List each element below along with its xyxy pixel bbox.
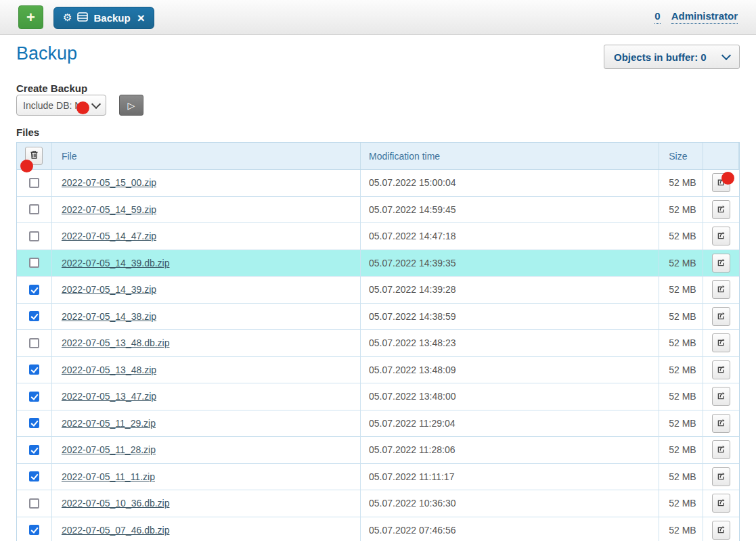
run-backup-button[interactable]: ▷ [119,95,143,116]
file-link[interactable]: 2022-07-05_13_48.db.zip [62,337,170,348]
column-header-size[interactable]: Size [659,143,703,169]
download-button[interactable] [712,227,730,245]
download-icon [716,177,726,189]
row-checkbox[interactable] [29,258,39,268]
file-link[interactable]: 2022-07-05_07_46.db.zip [62,525,170,536]
modification-time: 05.07.2022 07:46:56 [361,517,659,541]
table-row: 2022-07-05_14_38.zip 05.07.2022 14:38:59… [17,304,739,331]
file-link[interactable]: 2022-07-05_10_36.db.zip [62,498,170,509]
row-checkbox[interactable] [29,178,39,188]
include-db-select[interactable]: Include DB: No [16,95,106,116]
file-link[interactable]: 2022-07-05_14_39.db.zip [62,258,170,268]
row-checkbox[interactable] [29,525,39,535]
click-indicator-dot [76,101,89,114]
file-size: 52 MB [659,223,703,250]
chevron-down-icon [721,51,731,60]
row-checkbox[interactable] [29,445,39,455]
table-body: 2022-07-05_15_00.zip 05.07.2022 15:00:04… [17,170,739,541]
file-link[interactable]: 2022-07-05_11_28.zip [62,444,156,455]
download-icon [716,417,726,429]
download-icon [716,283,726,296]
file-link[interactable]: 2022-07-05_15_00.zip [62,177,156,188]
modification-time: 05.07.2022 11:28:06 [361,437,659,463]
modification-time: 05.07.2022 14:59:45 [361,197,659,223]
download-button[interactable] [712,387,730,406]
row-checkbox[interactable] [29,311,39,321]
download-icon [716,471,726,483]
file-link[interactable]: 2022-07-05_13_48.zip [62,364,156,375]
download-button[interactable] [712,414,730,433]
backup-page: + ⚙ Backup × 0 Administrator Backup Obje… [0,0,756,541]
download-button[interactable] [712,307,730,326]
file-link[interactable]: 2022-07-05_13_47.zip [62,391,156,402]
row-checkbox[interactable] [29,204,39,214]
modification-time: 05.07.2022 14:38:59 [361,304,659,330]
file-link[interactable]: 2022-07-05_14_38.zip [62,311,156,322]
modification-time: 05.07.2022 13:48:00 [361,383,659,410]
file-size: 52 MB [659,517,703,541]
add-tab-button[interactable]: + [18,5,43,29]
download-button[interactable] [712,173,730,192]
file-size: 52 MB [659,277,703,303]
table-row: 2022-07-05_11_29.zip 05.07.2022 11:29:04… [17,410,739,438]
chevron-down-icon [91,99,101,108]
download-button[interactable] [712,360,730,379]
modification-time: 05.07.2022 11:29:04 [361,410,659,437]
file-size: 52 MB [659,250,703,277]
download-button[interactable] [712,467,730,486]
table-row: 2022-07-05_14_39.zip 05.07.2022 14:39:28… [17,277,739,304]
download-button[interactable] [712,440,730,459]
table-row: 2022-07-05_14_39.db.zip 05.07.2022 14:39… [17,250,739,277]
file-size: 52 MB [659,330,703,356]
table-row: 2022-07-05_11_28.zip 05.07.2022 11:28:06… [17,437,739,464]
file-link[interactable]: 2022-07-05_11_11.zip [62,471,155,482]
table-row: 2022-07-05_14_59.zip 05.07.2022 14:59:45… [17,197,739,224]
table-row: 2022-07-05_10_36.db.zip 05.07.2022 10:36… [17,490,739,517]
download-icon [716,524,726,536]
tab-backup[interactable]: ⚙ Backup × [53,7,154,29]
table-row: 2022-07-05_13_47.zip 05.07.2022 13:48:00… [17,383,739,410]
download-icon [716,230,726,242]
file-size: 52 MB [659,304,703,330]
download-icon [716,444,726,456]
page-title: Backup [16,43,77,64]
objects-in-buffer-dropdown[interactable]: Objects in buffer: 0 [604,45,740,69]
column-header-modification-time[interactable]: Modification time [361,143,659,169]
file-link[interactable]: 2022-07-05_14_47.zip [62,231,156,241]
file-size: 52 MB [659,490,703,517]
row-checkbox[interactable] [29,498,39,509]
download-button[interactable] [712,280,730,299]
file-link[interactable]: 2022-07-05_14_39.zip [62,284,156,295]
file-size: 52 MB [659,437,703,463]
files-heading: Files [16,126,39,138]
buffer-count-link[interactable]: 0 [654,10,660,24]
column-header-file[interactable]: File [52,143,361,169]
row-checkbox[interactable] [29,285,39,295]
download-button[interactable] [712,494,730,513]
download-icon [716,390,726,402]
click-indicator-dot [20,160,33,172]
file-link[interactable]: 2022-07-05_14_59.zip [62,204,156,215]
close-icon[interactable]: × [137,11,145,24]
file-size: 52 MB [659,464,703,490]
file-size: 52 MB [659,357,703,383]
download-button[interactable] [712,521,730,540]
modification-time: 05.07.2022 14:39:28 [361,277,659,303]
file-link[interactable]: 2022-07-05_11_29.zip [62,418,156,429]
row-checkbox[interactable] [29,231,39,241]
modification-time: 05.07.2022 13:48:09 [361,357,659,383]
download-icon [716,310,726,323]
table-row: 2022-07-05_15_00.zip 05.07.2022 15:00:04… [17,170,739,197]
modification-time: 05.07.2022 14:47:18 [361,223,659,250]
row-checkbox[interactable] [29,418,39,428]
download-button[interactable] [712,200,730,219]
download-button[interactable] [712,254,730,273]
download-button[interactable] [712,333,730,352]
row-checkbox[interactable] [29,338,39,348]
row-checkbox[interactable] [29,364,39,375]
download-icon [716,364,726,376]
table-row: 2022-07-05_07_46.db.zip 05.07.2022 07:46… [17,517,739,541]
user-name-link[interactable]: Administrator [671,10,738,24]
row-checkbox[interactable] [29,392,39,402]
row-checkbox[interactable] [29,471,39,481]
